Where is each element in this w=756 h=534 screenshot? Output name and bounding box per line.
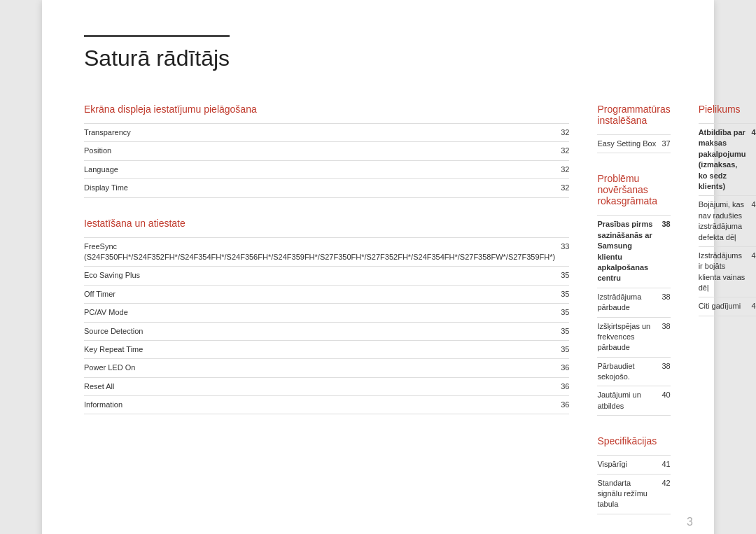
table-row: Position32	[84, 142, 569, 160]
toc-item-page: 33	[555, 237, 569, 267]
toc-item-page: 44	[746, 196, 756, 247]
toc-item-label: Izšķirtspējas un frekvences pārbaude	[597, 317, 656, 357]
toc-item-label: Off Timer	[84, 285, 555, 303]
toc-item-page: 32	[555, 142, 569, 160]
toc-item-page: 38	[656, 288, 670, 317]
column-3: PielikumsAtbildība par maksas pakalpojum…	[699, 104, 756, 514]
table-row: Off Timer35	[84, 285, 569, 303]
toc-item-page: 35	[555, 285, 569, 303]
toc-item-page: 41	[656, 456, 670, 474]
section-title-2-0: Pielikums	[699, 104, 756, 115]
toc-item-page: 35	[555, 267, 569, 285]
table-row: Key Repeat Time35	[84, 340, 569, 358]
toc-item-page: 35	[555, 340, 569, 358]
toc-item-page: 38	[656, 317, 670, 357]
toc-item-page: 38	[656, 357, 670, 386]
toc-table-0-0: Transparency32Position32Language32Displa…	[84, 123, 569, 198]
table-row: Atbildība par maksas pakalpojumu (izmaks…	[699, 124, 756, 196]
toc-item-page: 35	[555, 304, 569, 322]
toc-item-label: Bojājumi, kas nav radušies izstrādājuma …	[699, 196, 746, 247]
table-row: Izstrādājums ir bojāts klienta vainas dē…	[699, 246, 756, 297]
table-row: Citi gadījumi44	[699, 297, 756, 316]
columns-container: Ekrāna displeja iestatījumu pielāgošanaT…	[84, 104, 672, 514]
toc-table-1-0: Easy Setting Box37	[597, 134, 670, 153]
toc-item-page: 36	[555, 396, 569, 414]
toc-item-label: Standarta signālu režīmu tabula	[597, 474, 656, 514]
section-title-1-2: Specifikācijas	[597, 435, 670, 447]
section-title-1-1: Problēmu novēršanas rokasgrāmata	[597, 173, 670, 206]
toc-table-1-1: Prasības pirms sazināšanās ar Samsung kl…	[597, 215, 670, 416]
table-row: Language32	[84, 160, 569, 178]
table-row: Power LED On36	[84, 359, 569, 377]
table-row: Information36	[84, 396, 569, 414]
page: Saturā rādītājs Ekrāna displeja iestatīj…	[42, 0, 714, 534]
toc-item-page: 44	[746, 124, 756, 196]
toc-item-page: 32	[555, 179, 569, 197]
table-row: Izšķirtspējas un frekvences pārbaude38	[597, 317, 670, 357]
toc-item-page: 44	[746, 246, 756, 297]
toc-item-label: Jautājumi un atbildes	[597, 386, 656, 416]
table-row: Eco Saving Plus35	[84, 267, 569, 285]
toc-item-label: Transparency	[84, 124, 555, 142]
toc-table-1-2: Vispārīgi41Standarta signālu režīmu tabu…	[597, 455, 670, 514]
toc-item-page: 32	[555, 160, 569, 178]
toc-item-page: 40	[656, 386, 670, 416]
toc-item-page: 36	[555, 359, 569, 377]
table-row: Standarta signālu režīmu tabula42	[597, 474, 670, 514]
table-row: Reset All36	[84, 377, 569, 395]
page-title: Saturā rādītājs	[84, 35, 230, 78]
page-number: 3	[687, 516, 693, 528]
table-row: Prasības pirms sazināšanās ar Samsung kl…	[597, 216, 670, 288]
toc-item-label: Vispārīgi	[597, 456, 656, 474]
table-row: Easy Setting Box37	[597, 135, 670, 153]
table-row: Vispārīgi41	[597, 456, 670, 474]
toc-item-page: 36	[555, 377, 569, 395]
table-row: Bojājumi, kas nav radušies izstrādājuma …	[699, 196, 756, 247]
table-row: Display Time32	[84, 179, 569, 197]
toc-item-label: Easy Setting Box	[597, 135, 656, 153]
toc-item-label: Information	[84, 396, 555, 414]
table-row: Jautājumi un atbildes40	[597, 386, 670, 416]
table-row: Source Detection35	[84, 322, 569, 340]
section-title-0-1: Iestatīšana un atiestate	[84, 218, 569, 229]
toc-item-label: Reset All	[84, 377, 555, 395]
toc-item-label: Citi gadījumi	[699, 297, 746, 316]
toc-item-page: 44	[746, 297, 756, 316]
section-title-1-0: Programmatūras instalēšana	[597, 104, 670, 126]
toc-item-label: PC/AV Mode	[84, 304, 555, 322]
toc-item-page: 38	[656, 216, 670, 288]
table-row: Transparency32	[84, 124, 569, 142]
toc-item-label: Power LED On	[84, 359, 555, 377]
toc-item-page: 42	[656, 474, 670, 514]
column-1: Ekrāna displeja iestatījumu pielāgošanaT…	[84, 104, 597, 514]
toc-table-2-0: Atbildība par maksas pakalpojumu (izmaks…	[699, 123, 756, 316]
section-title-0-0: Ekrāna displeja iestatījumu pielāgošana	[84, 104, 569, 115]
table-row: Izstrādājuma pārbaude38	[597, 288, 670, 317]
table-row: PC/AV Mode35	[84, 304, 569, 322]
toc-item-label: Atbildība par maksas pakalpojumu (izmaks…	[699, 124, 746, 196]
toc-item-label: Display Time	[84, 179, 555, 197]
toc-item-label: Key Repeat Time	[84, 340, 555, 358]
toc-item-label: Eco Saving Plus	[84, 267, 555, 285]
table-row: FreeSync (S24F350FH*/S24F352FH*/S24F354F…	[84, 237, 569, 267]
toc-table-0-1: FreeSync (S24F350FH*/S24F352FH*/S24F354F…	[84, 237, 569, 415]
toc-item-label: FreeSync (S24F350FH*/S24F352FH*/S24F354F…	[84, 237, 555, 267]
toc-item-label: Language	[84, 160, 555, 178]
toc-item-label: Izstrādājuma pārbaude	[597, 288, 656, 317]
toc-item-page: 37	[656, 135, 670, 153]
toc-item-label: Position	[84, 142, 555, 160]
table-row: Pārbaudiet sekojošo.38	[597, 357, 670, 386]
column-2: Programmatūras instalēšanaEasy Setting B…	[597, 104, 698, 514]
toc-item-label: Izstrādājums ir bojāts klienta vainas dē…	[699, 246, 746, 297]
toc-item-label: Prasības pirms sazināšanās ar Samsung kl…	[597, 216, 656, 288]
toc-item-label: Source Detection	[84, 322, 555, 340]
toc-item-page: 32	[555, 124, 569, 142]
toc-item-label: Pārbaudiet sekojošo.	[597, 357, 656, 386]
toc-item-page: 35	[555, 322, 569, 340]
